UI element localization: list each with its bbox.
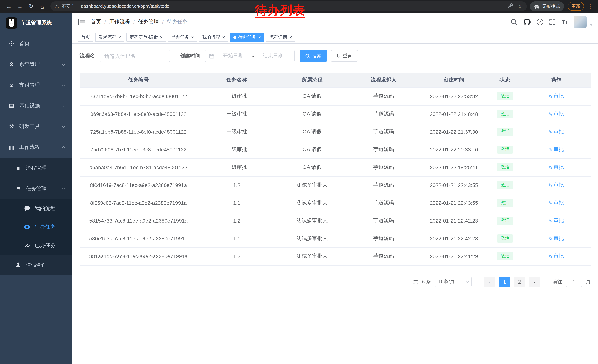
sidebar-item-leave-query[interactable]: 请假查询 [0, 255, 72, 275]
approve-link[interactable]: ✎审批 [548, 129, 564, 135]
page-button-2[interactable]: 2 [514, 276, 525, 287]
sidebar-item-system[interactable]: ⚙ 系统管理 [0, 54, 72, 75]
page-button-1[interactable]: 1 [499, 276, 510, 287]
table-row: 58154733-7ac8-11ec-a9e2-a2380e71991a 1.2… [80, 212, 590, 230]
search-button[interactable]: 搜索 [300, 50, 327, 62]
gear-icon: ⚙ [8, 61, 16, 68]
status-badge: 激活 [497, 146, 513, 154]
edit-icon: ✎ [548, 147, 552, 152]
browser-forward-button[interactable]: → [15, 1, 25, 11]
process-name-input[interactable] [100, 50, 170, 62]
tasks-table: 任务编号 任务名称 所属流程 流程发起人 创建时间 状态 操作 73211d9d… [80, 73, 590, 265]
sidebar-item-process-management[interactable]: ≡ 流程管理 [0, 158, 72, 178]
status-badge: 激活 [497, 199, 513, 207]
breadcrumb-current: 待办任务 [167, 18, 188, 25]
list-icon: ≡ [14, 165, 22, 171]
bookmark-star-icon[interactable]: ☆ [517, 3, 523, 10]
chevron-up-icon [62, 187, 65, 191]
tab-home[interactable]: 首页 [78, 32, 93, 42]
app-title: 芋道管理系统 [21, 20, 52, 26]
breadcrumb-workflow[interactable]: 工作流程 [109, 18, 130, 25]
sidebar-item-devtools[interactable]: ⚒ 研发工具 [0, 116, 72, 137]
table-header-row: 任务编号 任务名称 所属流程 流程发起人 创建时间 状态 操作 [80, 73, 590, 87]
eye-icon [23, 224, 31, 230]
browser-chrome: ← → ↻ ⌂ ⚠ 不安全 dashboard.yudao.iocoder.cn… [0, 0, 598, 13]
sidebar-collapse-icon[interactable] [78, 19, 85, 25]
tabs-bar: 首页 发起流程× 流程表单-编辑× 已办任务× 我的流程× 待办任务× [72, 31, 598, 44]
status-badge: 激活 [497, 217, 513, 225]
col-actions: 操作 [522, 73, 590, 87]
edit-icon: ✎ [548, 218, 552, 224]
chevron-down-icon [62, 166, 65, 170]
approve-link[interactable]: ✎审批 [548, 93, 564, 100]
tab-done-tasks[interactable]: 已办任务× [168, 32, 197, 42]
help-icon[interactable]: ? [537, 19, 543, 25]
tab-process-detail[interactable]: 流程详情× [266, 32, 295, 42]
sidebar-item-payment[interactable]: ¥ 支付管理 [0, 75, 72, 96]
breadcrumb-home[interactable]: 首页 [91, 18, 101, 25]
approve-link[interactable]: ✎审批 [548, 111, 564, 117]
close-icon[interactable]: × [119, 35, 121, 40]
browser-update-button[interactable]: 更新 [568, 2, 584, 11]
breadcrumb-task-management[interactable]: 任务管理 [138, 18, 159, 25]
avatar-caret-icon[interactable]: ▾ [590, 23, 592, 27]
approve-link[interactable]: ✎审批 [548, 217, 564, 224]
approve-link[interactable]: ✎审批 [548, 146, 564, 153]
browser-menu-icon[interactable]: ⋮ [588, 3, 593, 9]
tab-todo-tasks[interactable]: 待办任务× [230, 32, 264, 42]
tab-start-process[interactable]: 发起流程× [95, 32, 125, 42]
sidebar-item-infrastructure[interactable]: ▤ 基础设施 [0, 96, 72, 116]
github-icon[interactable] [523, 18, 531, 25]
search-icon[interactable] [511, 19, 517, 25]
goto-label: 前往 [552, 278, 562, 285]
table-row: 069c6a63-7b8a-11ec-8ef0-acde48001122 一级审… [80, 105, 590, 123]
approve-link[interactable]: ✎审批 [548, 182, 564, 188]
chat-icon [23, 205, 31, 212]
infrastructure-icon: ▤ [8, 103, 16, 109]
next-page-button[interactable]: › [529, 276, 540, 287]
calendar-icon [209, 53, 214, 58]
close-icon[interactable]: × [258, 35, 261, 40]
status-badge: 激活 [497, 163, 513, 171]
end-date-placeholder: 结束日期 [256, 53, 291, 59]
close-icon[interactable]: × [222, 35, 225, 40]
avatar[interactable] [574, 16, 587, 28]
col-created: 创建时间 [419, 73, 488, 87]
page-unit-label: 页 [586, 278, 590, 285]
edit-icon: ✎ [548, 94, 552, 99]
edit-icon: ✎ [548, 111, 552, 117]
browser-back-button[interactable]: ← [4, 1, 14, 11]
close-icon[interactable]: × [160, 35, 163, 40]
sidebar-item-home[interactable]: ☉ 首页 [0, 33, 72, 54]
edit-icon: ✎ [548, 200, 552, 206]
app-logo [6, 17, 17, 29]
approve-link[interactable]: ✎审批 [548, 200, 564, 206]
flag-icon: ⚑ [14, 186, 22, 192]
close-icon[interactable]: × [289, 35, 292, 40]
password-key-icon[interactable] [507, 3, 513, 10]
tab-process-form-edit[interactable]: 流程表单-编辑× [126, 32, 166, 42]
browser-refresh-button[interactable]: ↻ [26, 1, 36, 11]
sidebar-item-done-tasks[interactable]: 已办任务 [0, 236, 72, 255]
sidebar-item-my-process[interactable]: 我的流程 [0, 199, 72, 218]
double-check-icon [23, 242, 31, 249]
sidebar-item-todo-tasks[interactable]: 待办任务 [0, 218, 72, 236]
approve-link[interactable]: ✎审批 [548, 164, 564, 171]
goto-page-input[interactable] [566, 276, 582, 287]
tab-my-process[interactable]: 我的流程× [199, 32, 228, 42]
sidebar-item-workflow[interactable]: ▥ 工作流程 [0, 137, 72, 158]
reset-button[interactable]: ↻ 重置 [331, 50, 358, 62]
page-size-select[interactable]: 10条/页 [435, 276, 472, 287]
approve-link[interactable]: ✎审批 [548, 253, 564, 259]
font-size-icon[interactable]: T↕ [562, 19, 568, 25]
prev-page-button[interactable]: ‹ [484, 276, 495, 287]
create-time-label: 创建时间 [180, 53, 200, 59]
fullscreen-icon[interactable] [549, 19, 555, 25]
app-logo-row: 芋道管理系统 [0, 13, 72, 33]
table-row: 8f059c03-7ac8-11ec-a9e2-a2380e71991a 1.1… [80, 194, 590, 212]
close-icon[interactable]: × [191, 35, 194, 40]
sidebar-item-task-management[interactable]: ⚑ 任务管理 [0, 178, 72, 199]
approve-link[interactable]: ✎审批 [548, 235, 564, 242]
date-range-picker[interactable]: 开始日期 - 结束日期 [205, 50, 295, 62]
browser-home-button[interactable]: ⌂ [37, 1, 47, 11]
